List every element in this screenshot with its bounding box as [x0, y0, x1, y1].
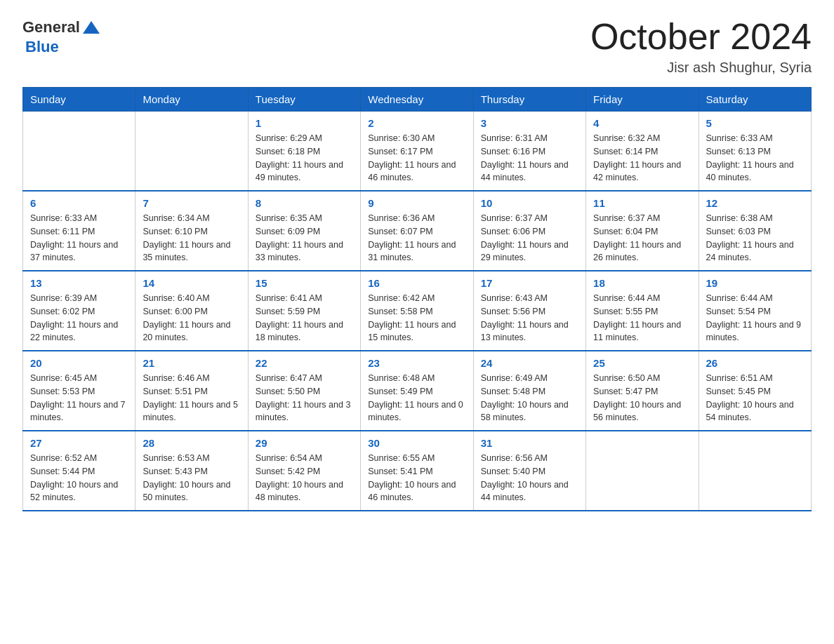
- day-info: Sunrise: 6:37 AMSunset: 6:06 PMDaylight:…: [481, 212, 578, 264]
- calendar-cell: [23, 112, 135, 192]
- main-title: October 2024: [590, 17, 812, 57]
- calendar-cell: 5Sunrise: 6:33 AMSunset: 6:13 PMDaylight…: [699, 112, 811, 192]
- day-number: 22: [256, 357, 353, 369]
- calendar-cell: 31Sunrise: 6:56 AMSunset: 5:40 PMDayligh…: [473, 431, 585, 511]
- day-number: 28: [143, 437, 240, 449]
- day-info: Sunrise: 6:44 AMSunset: 5:54 PMDaylight:…: [706, 292, 804, 344]
- day-info: Sunrise: 6:34 AMSunset: 6:10 PMDaylight:…: [143, 212, 240, 264]
- weekday-header-thursday: Thursday: [473, 88, 585, 112]
- calendar-cell: 11Sunrise: 6:37 AMSunset: 6:04 PMDayligh…: [586, 191, 699, 271]
- weekday-header-saturday: Saturday: [699, 88, 811, 112]
- calendar-cell: 6Sunrise: 6:33 AMSunset: 6:11 PMDaylight…: [23, 191, 135, 271]
- logo-triangle-icon: [81, 18, 101, 38]
- calendar-cell: 17Sunrise: 6:43 AMSunset: 5:56 PMDayligh…: [473, 271, 585, 351]
- day-info: Sunrise: 6:38 AMSunset: 6:03 PMDaylight:…: [706, 212, 804, 264]
- calendar-cell: [135, 112, 248, 192]
- day-number: 2: [368, 117, 465, 129]
- day-number: 21: [143, 357, 240, 369]
- day-info: Sunrise: 6:30 AMSunset: 6:17 PMDaylight:…: [368, 132, 465, 185]
- day-info: Sunrise: 6:56 AMSunset: 5:40 PMDaylight:…: [481, 452, 578, 504]
- day-number: 12: [706, 197, 804, 209]
- weekday-header-sunday: Sunday: [23, 88, 135, 112]
- day-number: 11: [593, 197, 691, 209]
- day-number: 31: [481, 437, 578, 449]
- day-info: Sunrise: 6:50 AMSunset: 5:47 PMDaylight:…: [593, 372, 691, 424]
- day-info: Sunrise: 6:54 AMSunset: 5:42 PMDaylight:…: [256, 452, 353, 504]
- weekday-header-monday: Monday: [135, 88, 248, 112]
- day-info: Sunrise: 6:40 AMSunset: 6:00 PMDaylight:…: [143, 292, 240, 344]
- day-number: 16: [368, 277, 465, 289]
- calendar-cell: 15Sunrise: 6:41 AMSunset: 5:59 PMDayligh…: [248, 271, 360, 351]
- weekday-header-friday: Friday: [586, 88, 699, 112]
- day-number: 10: [481, 197, 578, 209]
- day-info: Sunrise: 6:31 AMSunset: 6:16 PMDaylight:…: [481, 132, 578, 185]
- day-number: 20: [30, 357, 128, 369]
- calendar-cell: 12Sunrise: 6:38 AMSunset: 6:03 PMDayligh…: [699, 191, 811, 271]
- day-number: 18: [593, 277, 691, 289]
- calendar-cell: 18Sunrise: 6:44 AMSunset: 5:55 PMDayligh…: [586, 271, 699, 351]
- day-number: 19: [706, 277, 804, 289]
- day-info: Sunrise: 6:43 AMSunset: 5:56 PMDaylight:…: [481, 292, 578, 344]
- day-info: Sunrise: 6:37 AMSunset: 6:04 PMDaylight:…: [593, 212, 691, 264]
- calendar-cell: 13Sunrise: 6:39 AMSunset: 6:02 PMDayligh…: [23, 271, 135, 351]
- logo-general-text: General: [22, 18, 80, 36]
- day-number: 3: [481, 117, 578, 129]
- calendar-week-row: 13Sunrise: 6:39 AMSunset: 6:02 PMDayligh…: [23, 271, 812, 351]
- day-info: Sunrise: 6:42 AMSunset: 5:58 PMDaylight:…: [368, 292, 465, 344]
- day-info: Sunrise: 6:32 AMSunset: 6:14 PMDaylight:…: [593, 132, 691, 185]
- calendar-cell: 3Sunrise: 6:31 AMSunset: 6:16 PMDaylight…: [473, 112, 585, 192]
- logo: General Blue: [22, 17, 101, 56]
- day-number: 26: [706, 357, 804, 369]
- day-info: Sunrise: 6:46 AMSunset: 5:51 PMDaylight:…: [143, 372, 240, 424]
- calendar-cell: 14Sunrise: 6:40 AMSunset: 6:00 PMDayligh…: [135, 271, 248, 351]
- day-info: Sunrise: 6:39 AMSunset: 6:02 PMDaylight:…: [30, 292, 128, 344]
- day-info: Sunrise: 6:47 AMSunset: 5:50 PMDaylight:…: [256, 372, 353, 424]
- day-number: 25: [593, 357, 691, 369]
- calendar-cell: [586, 431, 699, 511]
- day-number: 23: [368, 357, 465, 369]
- day-number: 7: [143, 197, 240, 209]
- page-header: General Blue October 2024 Jisr ash Shugh…: [22, 17, 812, 76]
- day-info: Sunrise: 6:36 AMSunset: 6:07 PMDaylight:…: [368, 212, 465, 264]
- day-number: 17: [481, 277, 578, 289]
- calendar-cell: 2Sunrise: 6:30 AMSunset: 6:17 PMDaylight…: [361, 112, 473, 192]
- calendar-cell: 7Sunrise: 6:34 AMSunset: 6:10 PMDaylight…: [135, 191, 248, 271]
- day-info: Sunrise: 6:49 AMSunset: 5:48 PMDaylight:…: [481, 372, 578, 424]
- calendar-cell: 1Sunrise: 6:29 AMSunset: 6:18 PMDaylight…: [248, 112, 360, 192]
- day-info: Sunrise: 6:51 AMSunset: 5:45 PMDaylight:…: [706, 372, 804, 424]
- day-info: Sunrise: 6:53 AMSunset: 5:43 PMDaylight:…: [143, 452, 240, 504]
- day-number: 29: [256, 437, 353, 449]
- day-info: Sunrise: 6:29 AMSunset: 6:18 PMDaylight:…: [256, 132, 353, 185]
- calendar-table: SundayMondayTuesdayWednesdayThursdayFrid…: [22, 87, 812, 511]
- day-number: 9: [368, 197, 465, 209]
- day-number: 24: [481, 357, 578, 369]
- calendar-cell: 9Sunrise: 6:36 AMSunset: 6:07 PMDaylight…: [361, 191, 473, 271]
- weekday-header-wednesday: Wednesday: [361, 88, 473, 112]
- day-info: Sunrise: 6:48 AMSunset: 5:49 PMDaylight:…: [368, 372, 465, 424]
- day-info: Sunrise: 6:33 AMSunset: 6:11 PMDaylight:…: [30, 212, 128, 264]
- title-section: October 2024 Jisr ash Shughur, Syria: [590, 17, 812, 76]
- logo-blue-text: Blue: [25, 38, 59, 55]
- day-number: 6: [30, 197, 128, 209]
- calendar-week-row: 27Sunrise: 6:52 AMSunset: 5:44 PMDayligh…: [23, 431, 812, 511]
- day-number: 1: [256, 117, 353, 129]
- day-info: Sunrise: 6:33 AMSunset: 6:13 PMDaylight:…: [706, 132, 804, 185]
- calendar-cell: 26Sunrise: 6:51 AMSunset: 5:45 PMDayligh…: [699, 351, 811, 431]
- calendar-cell: 16Sunrise: 6:42 AMSunset: 5:58 PMDayligh…: [361, 271, 473, 351]
- calendar-cell: 21Sunrise: 6:46 AMSunset: 5:51 PMDayligh…: [135, 351, 248, 431]
- day-info: Sunrise: 6:41 AMSunset: 5:59 PMDaylight:…: [256, 292, 353, 344]
- day-number: 27: [30, 437, 128, 449]
- day-info: Sunrise: 6:45 AMSunset: 5:53 PMDaylight:…: [30, 372, 128, 424]
- calendar-cell: 24Sunrise: 6:49 AMSunset: 5:48 PMDayligh…: [473, 351, 585, 431]
- calendar-cell: 10Sunrise: 6:37 AMSunset: 6:06 PMDayligh…: [473, 191, 585, 271]
- day-number: 8: [256, 197, 353, 209]
- weekday-header-row: SundayMondayTuesdayWednesdayThursdayFrid…: [23, 88, 812, 112]
- subtitle: Jisr ash Shughur, Syria: [590, 60, 812, 76]
- day-info: Sunrise: 6:35 AMSunset: 6:09 PMDaylight:…: [256, 212, 353, 264]
- calendar-cell: 8Sunrise: 6:35 AMSunset: 6:09 PMDaylight…: [248, 191, 360, 271]
- day-info: Sunrise: 6:52 AMSunset: 5:44 PMDaylight:…: [30, 452, 128, 504]
- weekday-header-tuesday: Tuesday: [248, 88, 360, 112]
- calendar-cell: 19Sunrise: 6:44 AMSunset: 5:54 PMDayligh…: [699, 271, 811, 351]
- day-info: Sunrise: 6:44 AMSunset: 5:55 PMDaylight:…: [593, 292, 691, 344]
- day-number: 13: [30, 277, 128, 289]
